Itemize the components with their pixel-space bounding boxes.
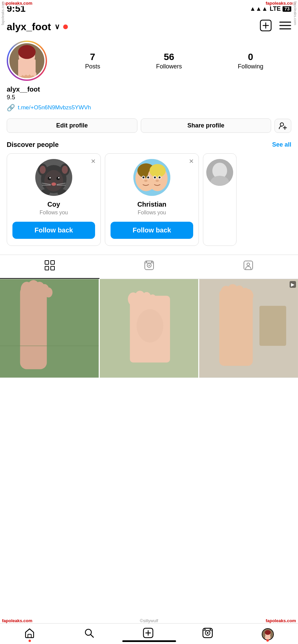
tagged-icon — [243, 260, 253, 273]
svg-point-64 — [151, 261, 153, 263]
watermark-side-right: fapoleaks.com — [293, 0, 298, 26]
nav-search[interactable] — [84, 628, 94, 641]
bio-link[interactable]: 🔗 t.me/+O5n6N9Mvbzs5YWVh — [7, 104, 291, 112]
svg-point-63 — [146, 261, 147, 263]
svg-point-41 — [150, 164, 166, 177]
profile-header: alyx_foot ∨ — [0, 16, 298, 37]
nav-add[interactable] — [143, 628, 154, 641]
username-row: alyx_foot ∨ — [7, 21, 68, 33]
following-count: 0 — [248, 52, 253, 62]
followers-count: 56 — [164, 52, 174, 62]
svg-point-14 — [30, 70, 34, 76]
card-sub-coy: Follows you — [40, 210, 68, 216]
followers-label: Followers — [156, 63, 182, 70]
svg-rect-90 — [260, 306, 287, 346]
nav-home[interactable] — [24, 628, 35, 641]
discover-header: Discover people See all — [7, 141, 291, 149]
card-avatar-christian — [133, 159, 170, 196]
profile-notification-dot — [266, 639, 269, 642]
svg-point-105 — [265, 630, 271, 635]
svg-point-16 — [280, 123, 284, 126]
svg-point-49 — [159, 176, 161, 178]
close-card-coy-button[interactable]: ✕ — [91, 158, 96, 165]
svg-point-47 — [154, 176, 156, 178]
discover-card-partial — [203, 153, 237, 246]
svg-point-29 — [58, 177, 59, 178]
svg-point-99 — [207, 632, 209, 634]
reels-nav-icon — [202, 628, 213, 641]
svg-point-45 — [147, 176, 149, 178]
svg-point-66 — [247, 263, 250, 266]
avatar — [8, 42, 46, 79]
stats-container: 7 Posts 56 Followers 0 Following — [57, 52, 291, 70]
nav-profile-avatar — [262, 628, 274, 640]
close-card-christian-button[interactable]: ✕ — [189, 158, 194, 165]
svg-point-36 — [57, 189, 67, 196]
svg-rect-58 — [51, 266, 54, 270]
svg-point-27 — [56, 177, 60, 180]
profile-stats-row: 7 Posts 56 Followers 0 Following — [0, 37, 298, 84]
photo-cell-3[interactable]: ▶ — [199, 279, 298, 378]
svg-point-43 — [142, 176, 144, 178]
photo-cell-1[interactable] — [0, 279, 99, 378]
svg-point-21 — [44, 170, 63, 192]
card-avatar-coy — [35, 159, 72, 196]
svg-line-93 — [91, 635, 93, 637]
menu-button[interactable] — [279, 21, 291, 33]
svg-rect-68 — [20, 286, 47, 369]
nav-reels[interactable] — [202, 628, 213, 641]
svg-point-26 — [48, 177, 51, 180]
home-indicator — [122, 640, 176, 642]
share-profile-button[interactable]: Share profile — [141, 118, 271, 133]
chevron-down-icon[interactable]: ∨ — [54, 22, 60, 31]
svg-rect-55 — [45, 261, 49, 264]
svg-point-35 — [41, 189, 50, 196]
discover-cards: ✕ — [7, 153, 291, 246]
photo-grid: ▶ — [0, 279, 298, 378]
battery-icon: 73 — [283, 6, 291, 12]
stat-following[interactable]: 0 Following — [238, 52, 263, 70]
content-tabs — [0, 255, 298, 279]
add-person-button[interactable] — [274, 119, 291, 133]
avatar-wrapper[interactable] — [7, 41, 47, 81]
stat-followers[interactable]: 56 Followers — [156, 52, 182, 70]
follow-back-christian-button[interactable]: Follow back — [111, 222, 193, 239]
svg-point-30 — [51, 182, 56, 186]
reels-icon — [144, 260, 154, 273]
svg-point-73 — [44, 287, 52, 298]
photo-cell-2[interactable] — [100, 279, 199, 378]
status-bar: 9:51 ▲▲▲ LTE 73 — [0, 0, 298, 16]
svg-point-50 — [144, 180, 147, 182]
follow-back-coy-button[interactable]: Follow back — [12, 222, 95, 239]
add-post-button[interactable] — [260, 19, 272, 34]
discover-title: Discover people — [7, 141, 59, 149]
nav-profile[interactable] — [262, 628, 274, 640]
posts-count: 7 — [90, 52, 95, 62]
discover-card-coy: ✕ — [7, 153, 101, 246]
card-name-christian: Christian — [137, 201, 167, 208]
svg-rect-106 — [265, 635, 270, 639]
card-sub-christian: Follows you — [138, 210, 166, 216]
discover-section: Discover people See all ✕ — [0, 136, 298, 249]
svg-rect-84 — [219, 289, 253, 366]
svg-point-61 — [148, 265, 150, 266]
tab-tagged[interactable] — [199, 255, 298, 279]
edit-profile-button[interactable]: Edit profile — [7, 118, 137, 133]
card-avatar-partial — [206, 159, 233, 186]
see-all-button[interactable]: See all — [272, 141, 291, 148]
home-icon — [24, 628, 35, 641]
svg-point-81 — [154, 298, 161, 307]
svg-point-8 — [18, 45, 36, 59]
svg-point-51 — [156, 180, 159, 182]
svg-point-102 — [210, 629, 211, 630]
svg-rect-57 — [45, 266, 49, 270]
svg-point-25 — [62, 166, 68, 174]
stat-posts[interactable]: 7 Posts — [85, 52, 100, 70]
tab-grid[interactable] — [0, 255, 99, 279]
bio-text: 9.5 — [7, 94, 291, 101]
tab-reels[interactable] — [99, 255, 199, 279]
add-icon — [143, 628, 154, 641]
link-text: t.me/+O5n6N9Mvbzs5YWVh — [18, 104, 91, 111]
grid-icon — [45, 260, 55, 273]
home-notification-dot — [29, 640, 31, 642]
